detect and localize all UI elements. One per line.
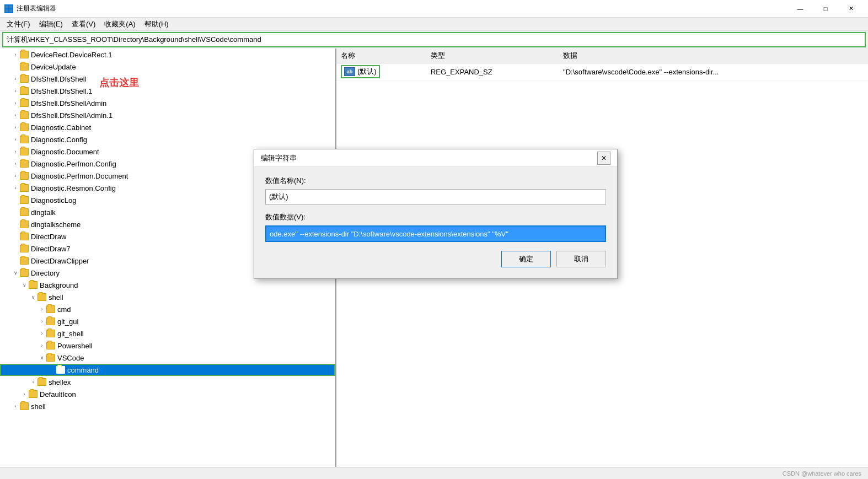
- menu-help[interactable]: 帮助(H): [140, 18, 173, 30]
- dialog-title-bar: 编辑字符串 ✕: [254, 149, 617, 167]
- tree-toggle: [11, 256, 20, 265]
- tree-item-label: dingtalkscheme: [31, 220, 81, 229]
- tree-toggle: ›: [11, 184, 20, 192]
- tree-item-label: Diagnostic.Perfmon.Config: [31, 160, 116, 168]
- tree-item[interactable]: › cmd: [0, 303, 335, 315]
- tree-toggle: ›: [11, 99, 20, 107]
- folder-icon: [20, 63, 29, 71]
- folder-icon: [46, 317, 55, 325]
- cancel-button[interactable]: 取消: [556, 251, 606, 267]
- svg-rect-0: [6, 6, 8, 8]
- tree-item[interactable]: › shellex: [0, 376, 335, 388]
- maximize-button[interactable]: □: [813, 0, 838, 18]
- folder-icon: [20, 136, 29, 143]
- tree-item-label: command: [67, 366, 99, 374]
- folder-icon: [20, 220, 29, 228]
- title-bar: 注册表编辑器 — □ ✕: [0, 0, 868, 18]
- data-label: 数值数据(V):: [265, 212, 606, 222]
- menu-view[interactable]: 查看(V): [67, 18, 100, 30]
- value-name-input[interactable]: [265, 189, 606, 204]
- tree-item-label: Diagnostic.Document: [31, 148, 99, 156]
- address-bar[interactable]: 计算机\HKEY_CLASSES_ROOT\Directory\Backgrou…: [2, 32, 866, 47]
- dialog-close-button[interactable]: ✕: [597, 152, 610, 165]
- tree-toggle: ›: [11, 123, 20, 132]
- tree-toggle: [11, 244, 20, 253]
- svg-rect-1: [9, 6, 12, 8]
- menu-favorites[interactable]: 收藏夹(A): [100, 18, 140, 30]
- tree-item[interactable]: › git_shell: [0, 327, 335, 340]
- tree-toggle: ›: [11, 171, 20, 180]
- tree-item[interactable]: › DfsShell.DfsShell: [0, 73, 335, 85]
- tree-toggle: ∨: [29, 293, 37, 302]
- folder-icon: [20, 148, 29, 155]
- tree-item-label: VSCode: [57, 354, 84, 362]
- tree-toggle: ›: [11, 402, 20, 411]
- tree-item[interactable]: › Diagnostic.Cabinet: [0, 121, 335, 133]
- status-text: CSDN @whatever who cares: [783, 470, 861, 477]
- tree-item[interactable]: › git_gui: [0, 315, 335, 327]
- menu-edit[interactable]: 编辑(E): [35, 18, 67, 30]
- folder-icon: [20, 184, 29, 192]
- close-button[interactable]: ✕: [838, 0, 864, 18]
- menu-file[interactable]: 文件(F): [2, 18, 35, 30]
- tree-item[interactable]: › shell: [0, 400, 335, 412]
- tree-item-command[interactable]: command: [0, 364, 335, 376]
- tree-item-label: Diagnostic.Resmon.Config: [31, 184, 116, 192]
- status-bar: CSDN @whatever who cares: [0, 467, 868, 479]
- tree-item-label: Directory: [31, 269, 60, 277]
- dialog-title: 编辑字符串: [261, 153, 297, 163]
- name-label: 数值名称(N):: [265, 176, 606, 186]
- col-type: 类型: [426, 49, 559, 63]
- tree-item-shell[interactable]: ∨ shell: [0, 291, 335, 303]
- tree-toggle: [11, 62, 20, 71]
- tree-toggle: ›: [11, 135, 20, 144]
- folder-icon: [20, 208, 29, 216]
- folder-icon: [37, 293, 46, 301]
- tree-item-label: git_gui: [57, 317, 78, 326]
- tree-item[interactable]: › DfsShell.DfsShell.1: [0, 85, 335, 97]
- tree-item-label: DiagnosticLog: [31, 196, 76, 204]
- col-name: 名称: [336, 49, 426, 63]
- tree-toggle: [11, 220, 20, 229]
- folder-icon: [56, 366, 65, 374]
- tree-item-label: DefaultIcon: [40, 390, 76, 399]
- folder-icon: [20, 99, 29, 107]
- edit-string-dialog[interactable]: 编辑字符串 ✕ 数值名称(N): 数值数据(V): 确定 取消: [254, 149, 618, 279]
- tree-toggle: ›: [37, 305, 46, 314]
- tree-toggle: ∨: [11, 268, 20, 277]
- svg-rect-2: [6, 9, 8, 12]
- tree-toggle: [11, 232, 20, 241]
- window-title: 注册表编辑器: [17, 4, 56, 13]
- title-bar-left: 注册表编辑器: [4, 4, 56, 13]
- tree-item[interactable]: › DeviceRect.DeviceRect.1: [0, 49, 335, 61]
- minimize-button[interactable]: —: [787, 0, 813, 18]
- value-name-cell: ab (默认): [341, 65, 380, 78]
- tree-item-label: Background: [40, 281, 78, 289]
- tree-item[interactable]: › Powershell: [0, 340, 335, 352]
- registry-row-default[interactable]: ab (默认) REG_EXPAND_SZ "D:\software\vscod…: [336, 63, 868, 80]
- ok-button[interactable]: 确定: [501, 251, 551, 267]
- tree-item-label: DfsShell.DfsShellAdmin: [31, 99, 106, 107]
- folder-icon: [46, 305, 55, 313]
- folder-icon: [20, 233, 29, 240]
- tree-item[interactable]: › DfsShell.DfsShellAdmin.1: [0, 109, 335, 121]
- tree-item-background[interactable]: ∨ Background: [0, 279, 335, 291]
- col-data: 数据: [559, 49, 868, 63]
- window-controls: — □ ✕: [787, 0, 864, 18]
- tree-toggle: ›: [11, 74, 20, 83]
- tree-item[interactable]: › DefaultIcon: [0, 388, 335, 400]
- tree-item-label: shellex: [49, 378, 71, 386]
- folder-icon: [20, 402, 29, 410]
- value-data-input[interactable]: [265, 225, 606, 242]
- tree-item-label: git_shell: [57, 330, 84, 338]
- tree-item[interactable]: › Diagnostic.Config: [0, 133, 335, 146]
- tree-item[interactable]: DeviceUpdate: [0, 61, 335, 73]
- tree-item[interactable]: › DfsShell.DfsShellAdmin: [0, 97, 335, 109]
- tree-toggle: ›: [11, 147, 20, 156]
- tree-item-label: shell: [49, 293, 63, 302]
- app-icon: [4, 4, 13, 13]
- folder-icon: [37, 378, 46, 386]
- tree-toggle: ›: [29, 378, 37, 386]
- tree-item-vscode[interactable]: ∨ VSCode: [0, 352, 335, 364]
- tree-item-label: Diagnostic.Config: [31, 136, 87, 144]
